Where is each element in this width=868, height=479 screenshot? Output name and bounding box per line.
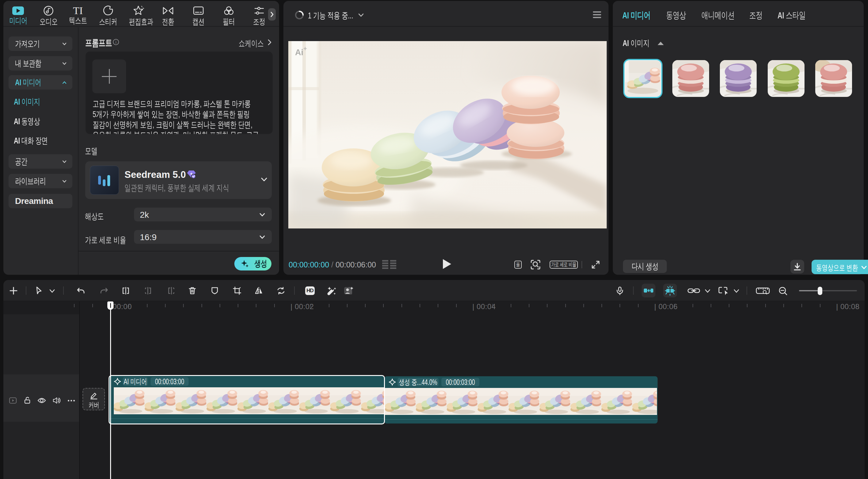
svg-text:Ai: Ai <box>295 48 303 57</box>
